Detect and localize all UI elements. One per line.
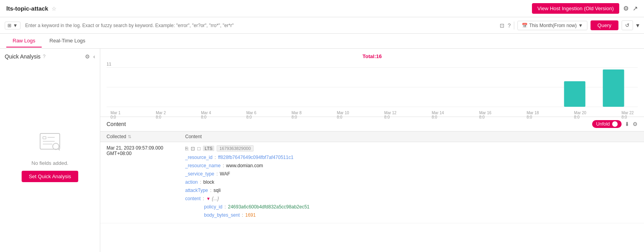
logs-section-title: Content	[107, 121, 126, 127]
chart-y-label: 11	[107, 62, 111, 66]
header-left: lts-topic-attack ☆	[6, 5, 57, 12]
time-selector[interactable]: 📅 This Month(From now) ▼	[517, 21, 587, 30]
sidebar-empty-state: No fields added. Set Quick Analysis	[5, 66, 95, 247]
fullscreen-icon[interactable]: ⊡	[500, 22, 504, 29]
sidebar-header: Quick Analysis ? ⚙ ‹	[5, 53, 95, 60]
tab-real-time-logs[interactable]: Real-Time Logs	[43, 35, 92, 47]
search-bar-icons: ⊡ ? 📅 This Month(From now) ▼ Query ↺ ▾	[500, 20, 639, 30]
field-body-bytes-sent: body_bytes_sent : 1691	[185, 212, 638, 219]
svg-rect-1	[43, 137, 46, 139]
log-id: 1679363829000	[217, 145, 254, 152]
log-toolbar: ⎘ ⊡ □ LTS 1679363829000	[185, 145, 638, 152]
unfold-toggle[interactable]: Unfold	[592, 120, 622, 128]
col-collected-header: Collected ⇅	[107, 134, 185, 139]
logs-section: Content Unfold ⬇ ⚙ Collected ⇅ Content	[100, 117, 644, 252]
tabs-bar: Raw Logs Real-Time Logs	[0, 34, 644, 49]
log-content: ⎘ ⊡ □ LTS 1679363829000 _resource_id : f…	[185, 145, 638, 220]
svg-rect-10	[564, 81, 585, 107]
logs-header-actions: Unfold ⬇ ⚙	[592, 120, 638, 128]
sidebar-title: Quick Analysis	[5, 53, 40, 60]
more-options-icon[interactable]: ▾	[636, 22, 639, 29]
chart-svg	[107, 66, 638, 109]
field-service-type: _service_type : WAF	[185, 170, 638, 177]
chart-container: 11 Mar 10:0 Mar 28:0 Mar 48:0 Mar 68:0 M…	[107, 61, 638, 112]
col-content-header: Content	[185, 134, 638, 139]
toggle-circle	[612, 121, 618, 127]
unfold-label: Unfold	[596, 121, 610, 127]
sidebar-placeholder-icon	[38, 131, 62, 155]
app-title: lts-topic-attack	[6, 5, 48, 12]
time-label: This Month(From now)	[529, 23, 577, 28]
chart-area: Total:16 11 Mar 10:0 Mar 28:0 Mar 48:0	[100, 49, 644, 117]
table-settings-icon[interactable]: ⚙	[633, 121, 638, 127]
table-header: Collected ⇅ Content	[100, 131, 644, 142]
field-content: content : ▼ {...}	[185, 195, 638, 202]
copy-icon[interactable]: ⎘	[185, 146, 188, 152]
help-icon[interactable]: ?	[508, 22, 511, 29]
content-expand-arrow[interactable]: ▼	[206, 196, 210, 201]
star-icon[interactable]: ☆	[52, 5, 57, 12]
download-icon[interactable]: ⬇	[625, 121, 629, 127]
log-timestamp: Mar 21, 2023 09:57:09.000 GMT+08:00	[107, 145, 185, 156]
chart-total-value: 16	[376, 53, 381, 59]
field-resource-name: _resource_name : www.domian.com	[185, 162, 638, 169]
main-layout: Quick Analysis ? ⚙ ‹ No fields added.	[0, 49, 644, 252]
no-fields-text: No fields added.	[31, 160, 68, 166]
expand-icon[interactable]: □	[197, 146, 201, 152]
chart-total: Total:16	[107, 53, 638, 59]
divider	[514, 22, 514, 29]
query-button[interactable]: Query	[591, 20, 618, 30]
field-attack-type: attackType : sqli	[185, 187, 638, 194]
search-input[interactable]	[24, 22, 497, 29]
refresh-button[interactable]: ↺	[622, 20, 633, 30]
search-bar: ⊞ ▼ ⊡ ? 📅 This Month(From now) ▼ Query ↺…	[0, 17, 644, 34]
search-type-label: ⊞	[7, 23, 11, 28]
sidebar-settings-icon[interactable]: ⚙	[85, 53, 90, 60]
field-policy-id: policy_id : 24693a6c600b4dfd832a5cc98ab2…	[185, 203, 638, 210]
search-type-chevron: ▼	[13, 23, 18, 28]
raw-icon[interactable]: ⊡	[191, 146, 195, 152]
sidebar-help-icon[interactable]: ?	[43, 54, 46, 59]
log-tag-lts: LTS	[203, 146, 214, 151]
external-link-icon[interactable]: ↗	[633, 5, 638, 12]
view-host-button[interactable]: View Host Ingestion (Old Version)	[532, 3, 619, 14]
sort-icon[interactable]: ⇅	[128, 134, 131, 139]
svg-rect-11	[603, 69, 624, 107]
sidebar-collapse-icon[interactable]: ‹	[93, 53, 95, 60]
settings-icon[interactable]: ⚙	[623, 5, 629, 12]
header-right: View Host Ingestion (Old Version) ⚙ ↗	[532, 3, 638, 14]
chart-x-labels: Mar 10:0 Mar 28:0 Mar 48:0 Mar 68:0 Mar …	[107, 111, 638, 119]
time-chevron: ▼	[578, 23, 583, 28]
field-resource-id: _resource_id : ff828fb7647649c094fbf7af4…	[185, 154, 638, 161]
search-type-selector[interactable]: ⊞ ▼	[5, 22, 20, 29]
calendar-icon: 📅	[522, 23, 528, 28]
top-header: lts-topic-attack ☆ View Host Ingestion (…	[0, 0, 644, 17]
main-content: Total:16 11 Mar 10:0 Mar 28:0 Mar 48:0	[100, 49, 644, 252]
table-row: Mar 21, 2023 09:57:09.000 GMT+08:00 ⎘ ⊡ …	[100, 142, 644, 223]
sidebar: Quick Analysis ? ⚙ ‹ No fields added.	[0, 49, 100, 252]
field-action: action : block	[185, 179, 638, 186]
tab-raw-logs[interactable]: Raw Logs	[6, 35, 42, 47]
set-quick-analysis-button[interactable]: Set Quick Analysis	[22, 171, 78, 182]
sidebar-header-icons: ⚙ ‹	[85, 53, 95, 60]
